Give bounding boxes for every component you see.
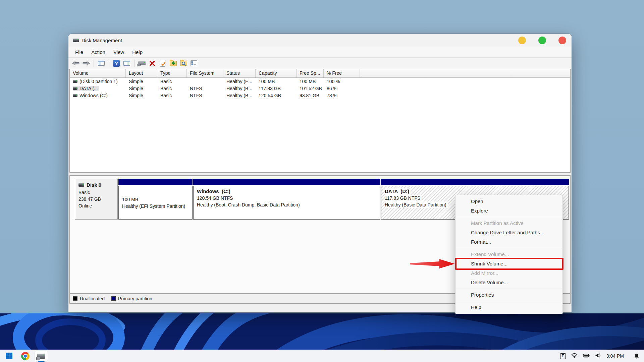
annotation-arrow	[410, 258, 455, 270]
disk-label: Disk 0	[87, 182, 101, 188]
disk-size: 238.47 GB	[78, 196, 114, 202]
volume-name: (Disk 0 partition 1)	[79, 79, 118, 84]
help-icon[interactable]: ?	[112, 59, 120, 67]
volume-icon	[73, 80, 77, 83]
legend-primary: Primary partition	[118, 296, 152, 301]
rescan-disk-icon[interactable]	[138, 59, 146, 67]
menu-properties[interactable]: Properties	[455, 290, 562, 300]
taskbar-clock[interactable]: 3:04 PM	[606, 353, 624, 359]
partition-color-bar	[193, 179, 380, 185]
partition-name: Windows (C:)	[197, 188, 230, 194]
volume-icon[interactable]	[595, 353, 601, 359]
partition-color-bar	[118, 179, 193, 185]
volume-list-pane: Volume Layout Type File System Status Ca…	[69, 69, 571, 173]
properties-icon[interactable]	[190, 59, 198, 67]
menu-delete-volume[interactable]: Delete Volume...	[455, 278, 562, 287]
menu-extend-volume: Extend Volume...	[455, 250, 562, 259]
volume-table-header: Volume Layout Type File System Status Ca…	[70, 69, 570, 78]
menu-add-mirror: Add Mirror...	[455, 268, 562, 278]
open-folder-icon[interactable]	[169, 59, 177, 67]
col-empty	[360, 69, 570, 77]
mark-partition-icon[interactable]	[159, 59, 167, 67]
explore-folder-icon[interactable]	[179, 59, 187, 67]
show-console-tree-icon[interactable]	[97, 59, 105, 67]
disk-kind: Basic	[78, 189, 114, 196]
primary-partition-swatch	[111, 296, 116, 301]
delete-volume-icon[interactable]	[148, 59, 156, 67]
volume-name: Windows (C:)	[79, 93, 108, 98]
menu-format[interactable]: Format...	[455, 237, 562, 247]
menu-separator	[456, 217, 562, 217]
disk-icon	[78, 183, 84, 187]
menu-action[interactable]: Action	[87, 48, 109, 57]
disk0-header[interactable]: Disk 0 Basic 238.47 GB Online	[75, 179, 118, 220]
partition-size: 100 MB	[122, 196, 192, 203]
col-capacity[interactable]: Capacity	[256, 69, 297, 77]
toolbar: ?	[68, 58, 572, 69]
title-bar[interactable]: Disk Management	[68, 34, 572, 47]
menu-separator	[456, 301, 562, 301]
notification-bell-icon[interactable]	[634, 353, 639, 359]
menu-open[interactable]: Open	[455, 197, 562, 206]
menu-file[interactable]: File	[71, 48, 87, 57]
table-row[interactable]: Windows (C:) Simple Basic NTFS Healthy (…	[70, 92, 570, 99]
window-title: Disk Management	[82, 38, 122, 43]
col-pct-free[interactable]: % Free	[324, 69, 360, 77]
menu-separator	[456, 289, 562, 289]
maximize-button[interactable]	[538, 37, 546, 44]
partition-health: Healthy (EFI System Partition)	[122, 203, 192, 209]
minimize-button[interactable]	[518, 37, 526, 44]
col-volume[interactable]: Volume	[70, 69, 126, 77]
col-file-system[interactable]: File System	[187, 69, 223, 77]
start-button[interactable]	[3, 351, 15, 361]
partition-size: 120.54 GB NTFS	[197, 195, 233, 201]
col-layout[interactable]: Layout	[126, 69, 157, 77]
wifi-icon[interactable]	[571, 353, 578, 359]
app-disk-icon	[73, 39, 79, 42]
menu-mark-active: Mark Partition as Active	[455, 219, 562, 228]
menu-help[interactable]: Help	[128, 48, 147, 57]
menu-change-letter[interactable]: Change Drive Letter and Paths...	[455, 228, 562, 237]
disk-management-taskbar-icon[interactable]	[35, 351, 48, 361]
legend-unallocated: Unallocated	[80, 296, 105, 301]
context-menu: Open Explore Mark Partition as Active Ch…	[455, 195, 563, 314]
forward-icon[interactable]	[82, 59, 90, 67]
partition-color-bar	[381, 179, 569, 185]
partition-efi[interactable]: 100 MB Healthy (EFI System Partition)	[118, 179, 193, 220]
close-button[interactable]	[558, 37, 566, 44]
partition-health: Healthy (Basic Data Partition)	[385, 201, 448, 208]
col-status[interactable]: Status	[223, 69, 256, 77]
menu-separator	[456, 248, 562, 248]
partition-size: 117.83 GB NTFS	[385, 195, 422, 201]
disk-state: Online	[78, 202, 114, 209]
volume-name: DATA (...	[79, 86, 98, 91]
taskbar: E 3:04 PM	[0, 350, 644, 362]
back-icon[interactable]	[72, 59, 80, 67]
table-row[interactable]: (Disk 0 partition 1) Simple Basic Health…	[70, 78, 570, 85]
menu-shrink-volume[interactable]: Shrink Volume...	[455, 259, 562, 268]
partition-health: Healthy (Boot, Crash Dump, Basic Data Pa…	[197, 202, 300, 207]
wallpaper-bloom	[0, 313, 644, 350]
chrome-taskbar-icon[interactable]	[19, 351, 32, 361]
menu-view[interactable]: View	[109, 48, 128, 57]
toolbar-separator	[94, 60, 94, 67]
partition-windows-c[interactable]: Windows (C:) 120.54 GB NTFS Healthy (Boo…	[193, 179, 380, 220]
battery-icon[interactable]	[583, 353, 590, 359]
menu-explore[interactable]: Explore	[455, 206, 562, 216]
input-language-icon[interactable]: E	[560, 353, 566, 359]
show-action-pane-icon[interactable]	[123, 59, 131, 67]
volume-icon	[73, 87, 77, 90]
table-row-selected[interactable]: DATA (... Simple Basic NTFS Healthy (B..…	[70, 85, 570, 92]
menu-help[interactable]: Help	[455, 303, 562, 312]
menu-bar: File Action View Help	[68, 47, 572, 58]
partition-name: DATA (D:)	[385, 188, 411, 195]
col-type[interactable]: Type	[157, 69, 187, 77]
unallocated-swatch	[73, 296, 77, 301]
toolbar-separator	[109, 60, 109, 67]
toolbar-separator	[134, 60, 135, 67]
system-tray: E 3:04 PM	[560, 350, 644, 362]
volume-icon	[73, 94, 77, 97]
col-free-space[interactable]: Free Sp...	[297, 69, 324, 77]
